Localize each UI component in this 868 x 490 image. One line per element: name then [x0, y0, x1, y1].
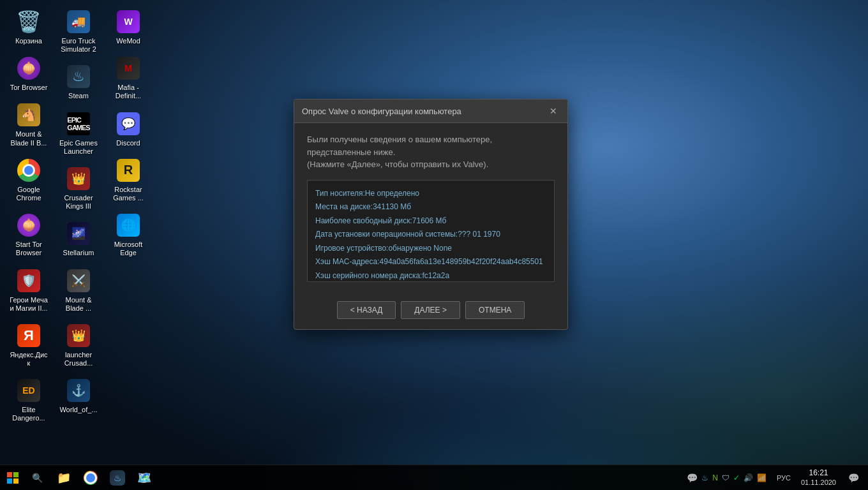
taskbar-system-tray: 💬 ♨ N 🛡 ✓ 🔊 📶: [682, 473, 772, 483]
steam-tray-icon[interactable]: ♨: [701, 473, 708, 482]
taskbar-file-explorer[interactable]: 📁: [51, 465, 77, 491]
notification-center-button[interactable]: 💬: [844, 465, 863, 491]
dialog-desc-line1: Были получены сведения о вашем компьютер…: [307, 133, 555, 158]
info-line-2: Наиболее свободный диск: 71606 Мб: [315, 214, 546, 228]
info-label-2: Наиболее свободный диск:: [315, 214, 412, 228]
info-label-3: Дата установки операционной системы:: [315, 228, 458, 242]
security-tray-icon[interactable]: 🛡: [722, 473, 730, 482]
nvidia-tray-icon[interactable]: N: [712, 473, 718, 482]
info-label-6: Хэш серийного номера диска:: [315, 269, 422, 281]
taskbar-clock[interactable]: 16:21 01.11.2020: [796, 468, 841, 487]
info-value-3: ??? 01 1970: [458, 228, 500, 242]
clock-time: 16:21: [809, 468, 828, 479]
cancel-button[interactable]: ОТМЕНА: [465, 301, 525, 319]
language-indicator[interactable]: РУС: [774, 474, 793, 482]
info-line-3: Дата установки операционной системы: ???…: [315, 228, 546, 242]
taskbar-pinned-icons: 📁 ♨ 🗺️: [49, 465, 160, 491]
info-value-6: fc12a2a: [422, 269, 449, 281]
start-button[interactable]: [0, 465, 26, 491]
info-value-4: обнаружено None: [388, 242, 452, 256]
valve-survey-dialog: Опрос Valve о конфигурации компьютера ✕ …: [294, 99, 568, 330]
dialog-description: Были получены сведения о вашем компьютер…: [307, 133, 555, 171]
taskbar-search-button[interactable]: 🔍: [26, 465, 49, 491]
info-label-4: Игровое устройство:: [315, 242, 388, 256]
check-tray-icon[interactable]: ✓: [733, 473, 740, 482]
whatsapp-tray-icon[interactable]: 💬: [687, 473, 698, 483]
dialog-info-box[interactable]: Тип носителя: Не определено Места на дис…: [307, 180, 555, 282]
taskbar-maps-icon[interactable]: 🗺️: [131, 465, 157, 491]
info-line-4: Игровое устройство: обнаружено None: [315, 242, 546, 256]
svg-rect-1: [13, 472, 19, 477]
info-label-5: Хэш МАС-адреса:: [315, 255, 380, 269]
clock-date: 01.11.2020: [801, 478, 836, 487]
taskbar: 🔍 📁 ♨ 🗺️ 💬 ♨ N 🛡 ✓ 🔊 📶: [0, 464, 868, 490]
taskbar-right-area: 💬 ♨ N 🛡 ✓ 🔊 📶 РУС 16:21 01.11.2020 💬: [682, 465, 868, 491]
svg-rect-3: [13, 478, 19, 483]
info-value-0: Не определено: [365, 187, 419, 201]
info-value-5: 494a0a56fa6a13e148959b42f20f24aab4c85501: [380, 255, 543, 269]
network-tray-icon[interactable]: 📶: [757, 473, 767, 482]
volume-tray-icon[interactable]: 🔊: [744, 473, 753, 482]
info-value-2: 71606 Мб: [412, 214, 447, 228]
back-button[interactable]: < НАЗАД: [337, 301, 396, 319]
dialog-title-text: Опрос Valve о конфигурации компьютера: [302, 107, 461, 116]
info-label-0: Тип носителя:: [315, 187, 365, 201]
next-button[interactable]: ДАЛЕЕ >: [401, 301, 460, 319]
dialog-titlebar: Опрос Valve о конфигурации компьютера ✕: [294, 100, 567, 123]
info-line-5: Хэш МАС-адреса: 494a0a56fa6a13e148959b42…: [315, 255, 546, 269]
info-label-1: Места на диске:: [315, 200, 373, 214]
dialog-overlay: Опрос Valve о конфигурации компьютера ✕ …: [0, 0, 868, 490]
info-line-6: Хэш серийного номера диска: fc12a2a: [315, 269, 546, 281]
dialog-close-button[interactable]: ✕: [547, 105, 560, 117]
info-line-1: Места на диске: 341130 Мб: [315, 200, 546, 214]
dialog-body: Были получены сведения о вашем компьютер…: [294, 123, 567, 292]
svg-rect-2: [7, 478, 12, 483]
info-line-0: Тип носителя: Не определено: [315, 187, 546, 201]
info-value-1: 341130 Мб: [373, 200, 411, 214]
dialog-desc-line2: (Нажмите «Далее», чтобы отправить их Val…: [307, 158, 555, 171]
dialog-footer: < НАЗАД ДАЛЕЕ > ОТМЕНА: [294, 292, 567, 329]
svg-rect-0: [7, 472, 12, 477]
taskbar-chrome-icon[interactable]: [78, 465, 103, 491]
taskbar-steam-icon[interactable]: ♨: [105, 465, 130, 491]
